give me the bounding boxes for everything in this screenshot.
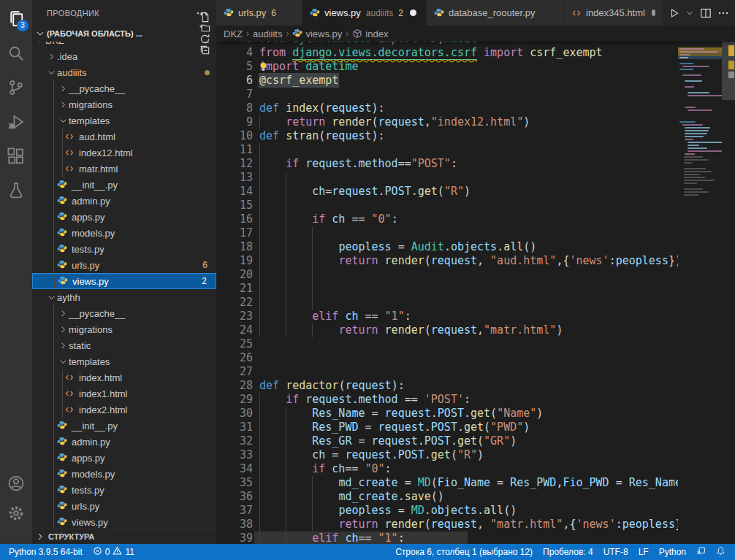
run-button[interactable] — [666, 6, 681, 20]
status-utf-8[interactable]: UTF-8 — [598, 544, 633, 560]
line-number: 21 — [216, 282, 253, 296]
tree-item-templates[interactable]: templates — [32, 353, 216, 369]
tree-item-aythh[interactable]: aythh — [32, 289, 216, 305]
breadcrumb-item-views-py[interactable]: views.py — [292, 28, 342, 39]
activity-extensions-icon[interactable] — [0, 140, 32, 172]
tree-item-audiiits[interactable]: audiiits — [32, 64, 216, 80]
tree-item-models-py[interactable]: models.py — [32, 466, 216, 482]
line-number: 39 — [216, 532, 253, 544]
tree-item-index2-html[interactable]: index2.html — [32, 402, 216, 418]
status-строка[interactable]: Строка 6, столбец 1 (выбрано 12) — [390, 544, 538, 560]
line-number: 11 — [216, 143, 253, 157]
code-line-36: 36 md_create.save() — [216, 490, 678, 504]
indent-guide — [259, 268, 260, 282]
tree-item-tests-py[interactable]: tests.py — [32, 482, 216, 498]
tree-item-index1-html[interactable]: index1.html — [32, 386, 216, 402]
status-lf[interactable]: LF — [633, 544, 654, 560]
tab-views-py[interactable]: views.pyaudiiits2 — [302, 0, 427, 26]
tree-item-aud-html[interactable]: aud.html — [32, 129, 216, 145]
workspace-section-header[interactable]: (РАБОЧАЯ ОБЛАСТЬ) ... — [32, 26, 216, 42]
feedback-status[interactable] — [691, 544, 711, 560]
minimap-line — [682, 124, 703, 126]
code-line-39: 39 elif ch== "1": — [216, 532, 678, 544]
breadcrumb-item-dkz[interactable]: DKZ — [224, 28, 243, 39]
tree-item-label: aud.html — [79, 131, 115, 142]
indent-guide — [286, 226, 286, 240]
minimap-line — [684, 174, 700, 175]
code-text: elif ch== "1": — [259, 532, 405, 544]
outline-section-header[interactable]: СТРУКТУРА — [32, 529, 216, 544]
tree-item--idea[interactable]: .idea — [32, 48, 216, 64]
status-python[interactable]: Python — [654, 544, 691, 560]
tab-urls-py[interactable]: urls.py6 — [216, 0, 302, 26]
tree-item-apps-py[interactable]: apps.py — [32, 209, 216, 225]
activity-search-icon[interactable] — [0, 37, 32, 69]
code-line-35: 35 md_create = MD(Fio_Name = Res_PWD,Fio… — [216, 476, 678, 490]
tree-item--pycache-[interactable]: __pycache__ — [32, 305, 216, 321]
indent-guide — [53, 193, 54, 209]
tree-item-admin-py[interactable]: admin.py — [32, 193, 216, 209]
activity-testing-icon[interactable] — [0, 174, 32, 207]
tree-item-admin-py[interactable]: admin.py — [32, 434, 216, 450]
tree-item-templates[interactable]: templates — [32, 112, 216, 129]
code-line-5: 5import datetime — [216, 60, 678, 74]
status-пробелов-[interactable]: Пробелов: 4 — [538, 544, 598, 560]
indent-guide — [53, 96, 54, 112]
tree-item-migrations[interactable]: migrations — [32, 96, 216, 112]
code-text: peopless = Audit.objects.all() — [259, 240, 536, 254]
tree-item-static[interactable]: static — [32, 337, 216, 353]
code-text: md_create.save() — [259, 490, 444, 504]
tree-item-label: DKZ — [45, 42, 64, 46]
tree-item-migrations[interactable]: migrations — [32, 321, 216, 337]
code-line-22: 22 — [216, 296, 678, 310]
problems-status[interactable]: 011 — [88, 544, 140, 560]
tree-item-urls-py[interactable]: urls.py — [32, 498, 216, 514]
activity-account-icon[interactable] — [0, 467, 32, 499]
split-editor-button[interactable] — [698, 6, 713, 20]
chevron-down-button[interactable] — [684, 7, 696, 19]
code-text: def index(request): — [259, 101, 385, 115]
tree-item-urls-py[interactable]: urls.py6 — [32, 257, 216, 273]
tree-item--init-py[interactable]: __init__.py — [32, 418, 216, 434]
tree-item-dkz[interactable]: DKZ — [32, 42, 216, 48]
tree-item-models-py[interactable]: models.py — [32, 225, 216, 241]
activity-debug-icon[interactable] — [0, 106, 32, 138]
bell-status[interactable] — [711, 544, 731, 560]
minimap[interactable] — [678, 0, 722, 544]
minimap-line — [688, 110, 712, 111]
tree-item--init-py[interactable]: __init__.py — [32, 177, 216, 193]
activity-files-icon[interactable]: 3 — [0, 3, 32, 35]
indent-guide — [259, 282, 260, 296]
tab-label: database_roouter.py — [449, 7, 536, 18]
minimap-line — [688, 147, 707, 149]
tree-item-index12-html[interactable]: index12.html — [32, 145, 216, 161]
tree-item--pycache-[interactable]: __pycache__ — [32, 80, 216, 96]
code-line-9: 9 return render(request,"index12.html") — [216, 115, 678, 129]
activity-source-control-icon[interactable] — [0, 72, 32, 104]
tab-index345-html[interactable]: index345.html — [564, 0, 663, 26]
html-file-icon — [64, 147, 75, 158]
breadcrumb-item-audiiits[interactable]: audiiits — [253, 28, 282, 39]
tree-item-matr-html[interactable]: matr.html — [32, 161, 216, 177]
tab-database-roouter-py[interactable]: database_roouter.py — [427, 0, 564, 26]
code-area[interactable]: 3from aythh.models import MD,Audit4from … — [216, 0, 678, 544]
tree-item-apps-py[interactable]: apps.py — [32, 450, 216, 466]
tree-item-tests-py[interactable]: tests.py — [32, 241, 216, 257]
indent-guide — [53, 369, 54, 386]
code-line-20: 20 — [216, 268, 678, 282]
editor-scrollbar[interactable] — [722, 0, 735, 544]
sidebar-header: ПРОВОДНИК — [32, 0, 216, 26]
tree-item-index-html[interactable]: index.html — [32, 369, 216, 386]
code-text: return render(request, "matr.html",{'new… — [259, 518, 678, 532]
python-interpreter-status[interactable]: Python 3.9.5 64-bit — [4, 544, 88, 560]
tree-item-views-py[interactable]: views.py2 — [32, 273, 216, 289]
breadcrumb-item-index[interactable]: index — [352, 28, 388, 39]
lightbulb-icon[interactable] — [258, 61, 269, 72]
code-text: @csrf_exempt — [259, 74, 338, 88]
activity-settings-icon[interactable] — [0, 497, 32, 529]
overview-ruler-mark — [728, 72, 734, 78]
symbol-cube-icon — [352, 28, 362, 39]
more-actions-button[interactable] — [716, 6, 731, 20]
status-bar-left: Python 3.9.5 64-bit011 — [4, 544, 390, 560]
tree-item-views-py[interactable]: views.py — [32, 514, 216, 528]
